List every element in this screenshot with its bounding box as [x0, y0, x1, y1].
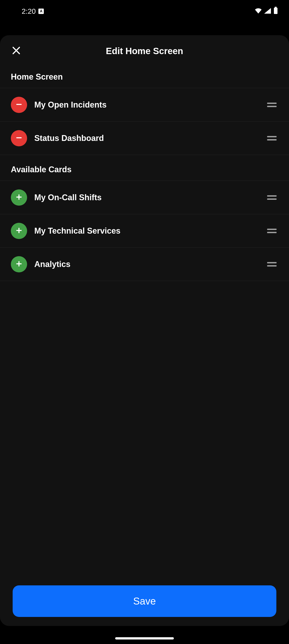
card-label: My Open Incidents: [34, 100, 265, 110]
svg-rect-9: [19, 228, 20, 233]
battery-icon: [273, 7, 278, 16]
list-item: Analytics: [0, 248, 289, 281]
wifi-icon: [255, 7, 262, 16]
minus-icon: [15, 134, 23, 143]
notification-badge-icon: A: [38, 8, 44, 14]
svg-rect-11: [19, 261, 20, 266]
minus-icon: [15, 100, 23, 109]
close-button[interactable]: [9, 44, 24, 58]
card-label: Status Dashboard: [34, 134, 265, 143]
drag-handle-icon[interactable]: [265, 195, 278, 200]
list-item: My Open Incidents: [0, 88, 289, 122]
list-item: My Technical Services: [0, 214, 289, 248]
plus-icon: [15, 193, 23, 202]
remove-button[interactable]: [11, 130, 27, 146]
svg-rect-0: [275, 7, 276, 8]
drag-handle-icon[interactable]: [265, 136, 278, 140]
card-label: Analytics: [34, 260, 265, 269]
drag-handle-icon[interactable]: [265, 102, 278, 107]
drag-handle-icon[interactable]: [265, 229, 278, 233]
status-right: [255, 7, 278, 16]
svg-rect-4: [16, 104, 22, 105]
home-indicator[interactable]: [115, 637, 174, 640]
close-icon: [11, 45, 22, 57]
section-header-available: Available Cards: [0, 155, 289, 181]
card-label: My On-Call Shifts: [34, 193, 265, 202]
add-button[interactable]: [11, 256, 27, 272]
svg-rect-7: [19, 194, 20, 200]
signal-icon: [264, 7, 271, 16]
save-area: Save: [0, 578, 289, 626]
status-time: 2:20: [22, 7, 36, 16]
list-item: Status Dashboard: [0, 122, 289, 155]
drag-handle-icon[interactable]: [265, 262, 278, 266]
edit-home-screen-modal: Edit Home Screen Home Screen My Open Inc…: [0, 35, 289, 626]
section-header-home: Home Screen: [0, 62, 289, 88]
list-item: My On-Call Shifts: [0, 181, 289, 214]
remove-button[interactable]: [11, 97, 27, 113]
status-left: 2:20 A: [11, 7, 44, 16]
add-button[interactable]: [11, 223, 27, 239]
svg-rect-5: [16, 137, 22, 138]
modal-header: Edit Home Screen: [0, 35, 289, 62]
svg-rect-1: [274, 8, 277, 14]
plus-icon: [15, 226, 23, 236]
plus-icon: [15, 260, 23, 269]
save-button[interactable]: Save: [13, 585, 276, 617]
add-button[interactable]: [11, 190, 27, 206]
content-area: Home Screen My Open Incidents Status Das…: [0, 62, 289, 578]
status-bar: 2:20 A: [0, 0, 289, 22]
card-label: My Technical Services: [34, 226, 265, 236]
modal-title: Edit Home Screen: [0, 46, 289, 56]
